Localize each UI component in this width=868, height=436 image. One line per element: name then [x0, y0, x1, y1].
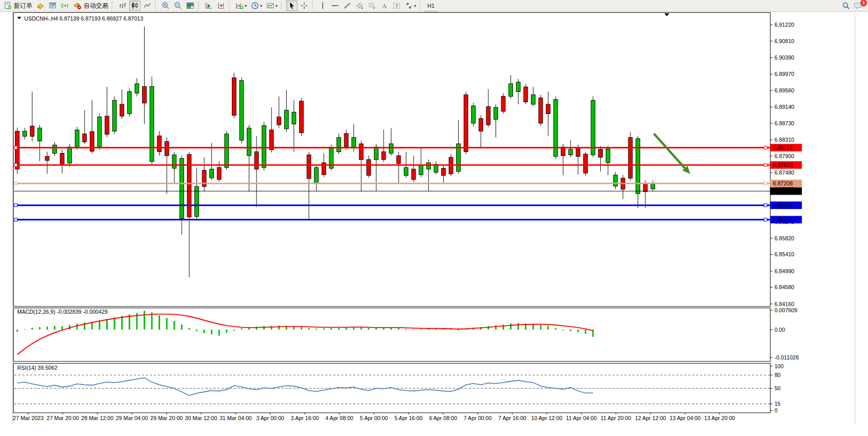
candle-body	[509, 84, 513, 97]
candle-body	[225, 134, 229, 167]
zoom-in-button[interactable]	[160, 1, 171, 11]
cursor-button[interactable]	[286, 1, 298, 11]
macd-histogram-bar	[219, 330, 220, 336]
crosshair-button[interactable]	[299, 1, 310, 11]
line-handle[interactable]	[764, 182, 767, 185]
macd-histogram-bar	[166, 318, 168, 330]
candle-body	[284, 110, 288, 129]
time-tick-label: 31 Mar 04:00	[220, 415, 252, 421]
candlestick-type-icon	[131, 2, 139, 10]
macd-histogram-bar	[540, 325, 541, 330]
time-tick-label: 28 Mar 12:00	[81, 415, 113, 421]
toolbar-separator	[198, 2, 201, 10]
rsi-axis-label: 0	[775, 407, 778, 413]
macd-histogram-bar	[278, 326, 280, 330]
line-handle[interactable]	[14, 204, 17, 207]
candle-body	[180, 158, 184, 218]
fibonacci-icon: F	[368, 2, 376, 10]
toolbar-separator	[112, 2, 114, 10]
quotes-button[interactable]	[35, 1, 46, 11]
equidistant-channel-button[interactable]: E	[354, 1, 365, 11]
candle-body	[217, 167, 221, 179]
line-chart-type-button[interactable]	[142, 1, 153, 11]
candle-body	[68, 147, 72, 163]
candle-body	[352, 138, 356, 148]
candlestick-type-button[interactable]	[129, 1, 141, 11]
charts-window-icon	[49, 2, 57, 10]
charts-window-button[interactable]	[47, 1, 58, 11]
candle-body	[382, 151, 386, 159]
search-button[interactable]	[840, 1, 852, 11]
arrows-button[interactable]: ▾	[403, 1, 418, 11]
line-handle[interactable]	[14, 218, 17, 221]
text-label-button[interactable]: T	[391, 1, 402, 11]
time-tick-label: 12 Apr 12:00	[635, 415, 666, 421]
zoom-in-icon	[162, 2, 170, 10]
candle-body	[75, 130, 79, 147]
macd-histogram-bar	[570, 330, 571, 331]
line-handle[interactable]	[14, 163, 17, 166]
periods-caret-icon: ▾	[260, 4, 262, 8]
trendline-icon	[343, 2, 351, 10]
line-handle[interactable]	[764, 204, 767, 207]
candle-body	[97, 117, 102, 147]
price-tick-label: 6.88310	[775, 137, 795, 143]
svg-text:F: F	[373, 7, 376, 10]
horizontal-line-button[interactable]	[329, 1, 341, 11]
candle-body	[45, 157, 49, 161]
time-tick-label: 3 Apr 00:00	[256, 415, 284, 421]
macd-histogram-bar	[420, 329, 422, 330]
macd-histogram-bar	[532, 324, 534, 330]
signals-button[interactable]	[60, 1, 71, 11]
periods-button[interactable]: ▾	[249, 1, 264, 11]
candle-body	[464, 95, 468, 152]
indicators-icon	[235, 2, 244, 10]
price-tick-label: 6.85410	[775, 251, 795, 257]
price-tick-label: 6.84990	[775, 268, 795, 274]
time-tick-label: 4 Apr 08:00	[325, 415, 353, 421]
vertical-line-button[interactable]	[317, 1, 328, 11]
zoom-out-button[interactable]	[172, 1, 184, 11]
templates-button[interactable]: ▾	[265, 1, 279, 11]
chart-shift-button[interactable]	[215, 1, 227, 11]
fibonacci-button[interactable]: F	[366, 1, 378, 11]
templates-icon	[266, 2, 274, 10]
chart-area[interactable]: 6.912206.908106.903906.899706.895606.891…	[0, 12, 868, 436]
tile-windows-button[interactable]	[185, 1, 196, 11]
candle-body	[419, 165, 423, 175]
candle-body	[411, 169, 416, 179]
candle-body	[576, 148, 580, 157]
candle-body	[307, 155, 311, 179]
main-toolbar: 新订单 自动交易	[0, 0, 868, 12]
horizontal-line-icon	[331, 2, 339, 10]
trendline-button[interactable]	[342, 1, 353, 11]
macd-histogram-bar	[151, 312, 153, 330]
new-order-button[interactable]: 新订单	[2, 1, 34, 11]
line-handle[interactable]	[764, 163, 767, 166]
macd-histogram-bar	[39, 327, 41, 330]
timeframe-h1-button[interactable]: H1	[425, 1, 437, 11]
notifications-badge: 1	[860, 0, 867, 6]
line-handle[interactable]	[764, 146, 767, 149]
line-handle[interactable]	[14, 146, 17, 149]
toolbar-right-tools: 1	[840, 1, 865, 11]
bar-chart-type-button[interactable]	[117, 1, 128, 11]
indicators-button[interactable]: ▾	[234, 1, 248, 11]
macd-histogram-bar	[181, 325, 183, 330]
candle-body	[210, 169, 214, 178]
macd-histogram-bar	[76, 324, 78, 330]
candle-body	[314, 167, 319, 183]
indicators-caret-icon: ▾	[245, 4, 247, 8]
candle-body	[105, 116, 109, 134]
candle-body	[232, 78, 236, 115]
notifications-button[interactable]: 1	[853, 1, 864, 11]
macd-axis-label: -0.011028	[775, 354, 799, 361]
line-handle[interactable]	[764, 218, 767, 221]
auto-scroll-button[interactable]	[203, 1, 214, 11]
line-price-label: 6.87673	[773, 162, 793, 168]
time-tick-label: 7 Apr 00:00	[464, 415, 492, 421]
line-handle[interactable]	[14, 182, 17, 185]
auto-trading-button[interactable]: 自动交易	[72, 1, 110, 11]
text-button[interactable]: A	[379, 1, 390, 11]
templates-caret-icon: ▾	[275, 4, 278, 8]
